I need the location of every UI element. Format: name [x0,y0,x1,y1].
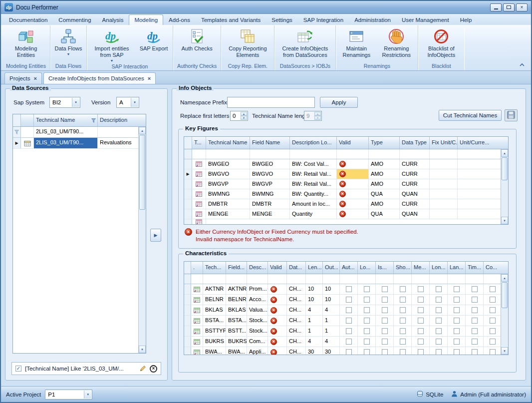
kf-column-header-fix-unit-c[interactable]: Fix Unit/C... [430,137,458,149]
ribbon-tab-documentation[interactable]: Documentation [3,14,53,25]
ribbon-collapse-button[interactable] [518,61,526,68]
checkbox-unchecked[interactable] [364,286,370,292]
checkbox-unchecked[interactable] [346,339,352,345]
filter-enabled-checkbox[interactable]: ✓ [15,366,21,372]
characteristic-row[interactable]: BWA...BWA...Appli...×CH...3030 [184,347,508,355]
auth-checks-button[interactable]: Auth Checks [176,26,218,53]
ch-filter-cell[interactable] [358,274,376,284]
ch-column-header-valid[interactable]: Valid [268,262,287,274]
edit-filter-icon[interactable] [140,365,146,373]
scroll-up-icon[interactable]: ▲ [501,274,508,282]
ds-cell-description[interactable]: Revaluations [98,138,139,148]
import-entities-from-sap-button[interactable]: dp Import entities from SAP ▼ [88,26,135,63]
ch-filter-cell[interactable] [287,274,306,284]
sap-export-button[interactable]: dp SAP Export [136,26,171,53]
renaming-restrictions-button[interactable]: Renaming Restrictions [376,26,416,59]
kf-filter-cell[interactable] [458,149,502,159]
checkbox-unchecked[interactable] [490,328,496,334]
ch-column-header-len[interactable]: Len... [306,262,323,274]
checkbox-unchecked[interactable] [400,349,406,355]
checkbox-unchecked[interactable] [436,328,442,334]
kf-filter-cell[interactable] [192,149,206,159]
cut-technical-names-button[interactable]: Cut Technical Names [439,110,502,121]
database-indicator[interactable]: SQLite [417,391,443,398]
ch-column-header-desc[interactable]: Desc... [247,262,268,274]
scroll-thumb[interactable] [502,157,508,180]
ch-filter-cell[interactable] [203,274,226,284]
ch-column-header-tim[interactable]: Tim... [466,262,484,274]
ds-grid-scrollbar[interactable]: ▲ ▼ [138,127,146,353]
maximize-button[interactable] [503,3,515,11]
ch-column-header-dat[interactable]: Dat... [287,262,306,274]
kf-column-header-field-name[interactable]: Field Name [250,137,290,149]
ch-grid-scrollbar[interactable]: ▲ ▼ [501,274,508,355]
ds-filter-icon-cell[interactable] [21,127,34,137]
ribbon-tab-templates-and-variants[interactable]: Templates and Variants [196,14,266,25]
checkbox-unchecked[interactable] [436,318,442,324]
ch-filter-cell[interactable] [306,274,323,284]
ch-column-header-is[interactable]: Is... [376,262,394,274]
document-tab-projects[interactable]: Projects× [4,72,42,84]
checkbox-unchecked[interactable] [346,318,352,324]
spinner-arrows[interactable]: ▲▼ [241,112,247,120]
checkbox-unchecked[interactable] [490,307,496,313]
move-right-button[interactable]: ▶ [150,229,161,242]
checkbox-unchecked[interactable] [400,328,406,334]
checkbox-unchecked[interactable] [454,307,460,313]
checkbox-unchecked[interactable] [472,339,478,345]
filter-funnel-icon[interactable] [91,118,96,124]
ribbon-tab-sap-integration[interactable]: SAP Integration [298,14,349,25]
kf-filter-cell[interactable] [250,149,290,159]
namespace-prefix-input[interactable] [227,97,315,108]
checkbox-unchecked[interactable] [382,307,388,313]
ribbon-tab-help[interactable]: Help [455,14,478,25]
checkbox-unchecked[interactable] [436,307,442,313]
replace-first-letters-spinner[interactable]: 0 ▲▼ [230,111,248,121]
scroll-down-icon[interactable]: ▼ [501,217,508,224]
checkbox-unchecked[interactable] [364,339,370,345]
checkbox-unchecked[interactable] [472,349,478,355]
ds-filter-technical-name[interactable]: 2LIS_03_UM/T90... [34,127,98,137]
checkbox-unchecked[interactable] [382,328,388,334]
ch-column-header-col-0[interactable]: . [191,262,203,274]
checkbox-unchecked[interactable] [490,318,496,324]
checkbox-unchecked[interactable] [418,286,424,292]
checkbox-unchecked[interactable] [472,307,478,313]
checkbox-unchecked[interactable] [364,297,370,303]
ch-column-header-lon[interactable]: Lon... [430,262,448,274]
checkbox-unchecked[interactable] [400,297,406,303]
minimize-button[interactable] [490,3,502,11]
ch-filter-cell[interactable] [340,274,358,284]
checkbox-unchecked[interactable] [490,297,496,303]
checkbox-unchecked[interactable] [382,349,388,355]
checkbox-unchecked[interactable] [364,349,370,355]
checkbox-unchecked[interactable] [364,328,370,334]
ds-column-header-technical-name[interactable]: Technical Name [34,114,98,126]
ch-filter-cell[interactable] [191,274,203,284]
ch-column-header-me[interactable]: Me... [412,262,430,274]
checkbox-unchecked[interactable] [400,339,406,345]
ch-filter-cell[interactable] [226,274,247,284]
dropdown-arrow-icon[interactable]: ▼ [131,98,138,107]
checkbox-unchecked[interactable] [436,286,442,292]
close-button[interactable]: × [516,3,528,11]
checkbox-unchecked[interactable] [382,318,388,324]
kf-column-header-type[interactable]: Type [369,137,400,149]
ch-filter-cell[interactable] [484,274,502,284]
checkbox-unchecked[interactable] [346,286,352,292]
ch-filter-cell[interactable] [448,274,466,284]
kf-filter-cell[interactable] [400,149,430,159]
key-figure-row[interactable]: BWGEOBWGEOBW: Cost Val...×AMOCURR [184,159,508,169]
create-infoobjects-button[interactable]: Create InfoObjects from DataSources [276,26,334,59]
modeling-entities-button[interactable]: Modeling Entities [8,26,44,59]
data-flows-button[interactable]: Data Flows ▼ [52,26,85,57]
checkbox-unchecked[interactable] [382,339,388,345]
ch-column-header-tech[interactable]: Tech... [203,262,226,274]
kf-filter-cell[interactable] [290,149,337,159]
checkbox-unchecked[interactable] [490,286,496,292]
checkbox-unchecked[interactable] [418,328,424,334]
datasource-row[interactable]: ▶ 2LIS_03_UM/T90... Revaluations [13,138,146,149]
checkbox-unchecked[interactable] [346,297,352,303]
ds-filter-description[interactable] [98,127,139,137]
ch-column-header-sho[interactable]: Sho... [394,262,412,274]
